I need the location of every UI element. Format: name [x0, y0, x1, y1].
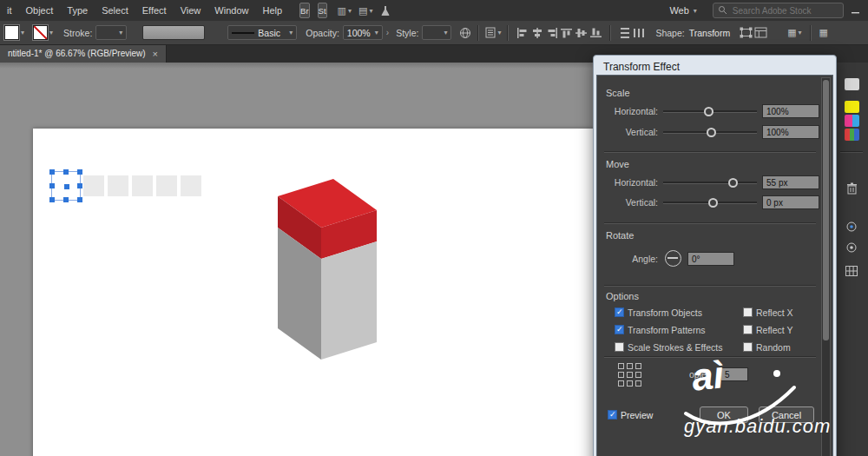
slider-knob[interactable]: [728, 178, 738, 188]
touch-tool-icon[interactable]: [381, 5, 390, 17]
swatches-panel-icon[interactable]: [845, 129, 859, 141]
ok-button[interactable]: OK: [700, 406, 748, 423]
scale-strokes-effects-checkbox[interactable]: [615, 342, 624, 352]
align-top-icon[interactable]: [559, 26, 574, 39]
menu-item-select[interactable]: Select: [95, 0, 135, 21]
document-setup-icon[interactable]: ▾: [485, 27, 501, 38]
selection-handle[interactable]: [63, 197, 69, 202]
copy-square-4[interactable]: [156, 175, 177, 196]
brush-definition-combo[interactable]: Basic ▾: [227, 25, 297, 40]
menu-item-effect[interactable]: Effect: [135, 0, 174, 21]
move-horizontal-slider[interactable]: [663, 175, 757, 189]
selection-handle[interactable]: [49, 169, 55, 175]
angle-field[interactable]: 0°: [687, 252, 734, 266]
reference-point[interactable]: [618, 372, 624, 378]
scale-vertical-field[interactable]: 100%: [762, 125, 819, 139]
transform-patterns-checkbox[interactable]: [615, 325, 624, 334]
selection-handle[interactable]: [49, 197, 55, 202]
reference-point-locator[interactable]: [618, 363, 641, 387]
transform-objects-checkbox[interactable]: [615, 307, 624, 317]
distribute-vertical-icon[interactable]: [617, 26, 632, 39]
artboards-panel-icon[interactable]: [845, 264, 858, 280]
opacity-combo[interactable]: 100% ▾: [343, 25, 383, 40]
opacity-options-chevron-icon[interactable]: ›: [386, 28, 389, 37]
cancel-button[interactable]: Cancel: [759, 406, 814, 423]
shape-mode-button[interactable]: Transform: [689, 28, 730, 38]
reference-point[interactable]: [618, 380, 624, 387]
dialog-title-bar[interactable]: Transform Effect: [596, 58, 833, 75]
symbols-panel-icon[interactable]: [845, 221, 858, 236]
align-center-horizontal-icon[interactable]: [529, 26, 544, 39]
grid-settings-icon[interactable]: ▦▾: [787, 27, 801, 38]
selection-center-point[interactable]: [63, 183, 70, 190]
menu-item-edit-partial[interactable]: it: [0, 0, 19, 21]
screen-mode-icon[interactable]: ▤▾: [358, 5, 372, 17]
copy-square-2[interactable]: [108, 175, 128, 196]
slider-knob[interactable]: [708, 198, 718, 208]
selection-handle[interactable]: [49, 183, 55, 188]
box-side-gray-face[interactable]: [321, 241, 377, 360]
libraries-panel-icon[interactable]: [845, 78, 859, 90]
free-transform-icon[interactable]: [739, 26, 753, 39]
align-right-icon[interactable]: [544, 26, 559, 39]
color-guide-panel-icon[interactable]: [845, 115, 859, 127]
copy-square-5[interactable]: [181, 175, 201, 196]
reference-point[interactable]: [635, 372, 641, 378]
distribute-horizontal-icon[interactable]: [632, 26, 647, 39]
scale-horizontal-slider[interactable]: [663, 104, 757, 118]
scale-horizontal-field[interactable]: 100%: [762, 104, 819, 118]
reference-point[interactable]: [635, 380, 641, 387]
dialog-scrollbar[interactable]: [821, 77, 831, 456]
panel-options-icon[interactable]: ▦: [819, 27, 828, 38]
workspace-switcher[interactable]: Web ▾: [669, 5, 696, 16]
scale-vertical-slider[interactable]: [663, 125, 757, 139]
align-bottom-icon[interactable]: [589, 26, 603, 39]
menu-item-type[interactable]: Type: [60, 0, 95, 21]
reflect-x-checkbox[interactable]: [743, 307, 753, 317]
color-panel-icon[interactable]: [845, 101, 859, 113]
copy-square-1[interactable]: [83, 175, 104, 196]
menu-item-window[interactable]: Window: [207, 0, 255, 21]
random-checkbox[interactable]: [743, 342, 753, 352]
stroke-weight-combo[interactable]: ▾: [95, 25, 127, 40]
reflect-y-checkbox[interactable]: [743, 325, 753, 334]
stroke-swatch[interactable]: [33, 25, 48, 40]
selection-handle[interactable]: [77, 197, 82, 202]
variable-width-profile[interactable]: [142, 25, 205, 40]
trash-icon[interactable]: [846, 182, 858, 198]
move-horizontal-field[interactable]: 55 px: [762, 175, 819, 189]
reference-point[interactable]: [627, 372, 633, 378]
menu-item-object[interactable]: Object: [19, 0, 61, 21]
arrange-documents-icon[interactable]: ▥▾: [338, 5, 352, 17]
transform-panel-icon[interactable]: [753, 26, 768, 39]
bridge-button[interactable]: Br: [299, 3, 310, 18]
stock-button[interactable]: St: [318, 3, 327, 18]
minimize-button[interactable]: [844, 0, 868, 21]
document-tab[interactable]: ntitled-1* @ 66.67% (RGB/Preview) ×: [0, 44, 167, 63]
search-input[interactable]: [731, 5, 838, 17]
reference-point[interactable]: [627, 363, 633, 369]
align-center-vertical-icon[interactable]: [574, 26, 589, 39]
adobe-stock-search[interactable]: [713, 3, 844, 18]
style-combo[interactable]: ▾: [422, 25, 451, 40]
menu-item-view[interactable]: View: [174, 0, 208, 21]
reference-point[interactable]: [618, 363, 624, 369]
slider-knob[interactable]: [704, 107, 713, 116]
reference-point[interactable]: [627, 380, 633, 387]
selection-handle[interactable]: [77, 183, 82, 188]
isometric-box-artwork[interactable]: [260, 169, 391, 369]
copy-square-3[interactable]: [132, 175, 153, 196]
angle-dial[interactable]: [665, 250, 681, 267]
tab-close-icon[interactable]: ×: [153, 49, 158, 59]
copies-field[interactable]: 5: [720, 367, 748, 381]
publish-online-icon[interactable]: [459, 27, 471, 39]
selection-handle[interactable]: [77, 169, 82, 175]
scrollbar-thumb[interactable]: [823, 80, 829, 340]
fill-swatch[interactable]: [4, 25, 19, 40]
slider-knob[interactable]: [707, 128, 716, 137]
move-vertical-field[interactable]: 0 px: [762, 195, 819, 209]
selected-object[interactable]: [52, 172, 80, 200]
graphic-styles-panel-icon[interactable]: [845, 241, 858, 257]
align-left-icon[interactable]: [515, 26, 529, 39]
move-vertical-slider[interactable]: [663, 195, 757, 209]
